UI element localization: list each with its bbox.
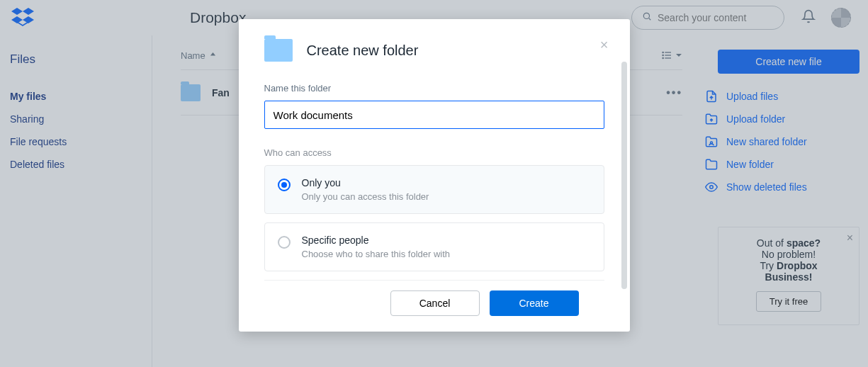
name-field-label: Name this folder — [264, 83, 604, 94]
folder-icon — [264, 39, 293, 62]
radio-icon — [278, 179, 291, 191]
scrollbar[interactable] — [621, 62, 627, 289]
create-folder-modal: × Create new folder Name this folder Who… — [239, 19, 630, 332]
close-icon[interactable]: × — [600, 38, 609, 52]
cancel-button[interactable]: Cancel — [390, 290, 480, 316]
radio-icon — [278, 236, 291, 249]
folder-name-input[interactable] — [264, 101, 604, 129]
modal-title: Create new folder — [307, 43, 419, 59]
access-option-specific-people[interactable]: Specific people Choose who to share this… — [264, 222, 604, 271]
create-button[interactable]: Create — [490, 290, 579, 316]
access-section-label: Who can access — [264, 147, 604, 158]
access-option-only-you[interactable]: Only you Only you can access this folder — [264, 165, 604, 214]
